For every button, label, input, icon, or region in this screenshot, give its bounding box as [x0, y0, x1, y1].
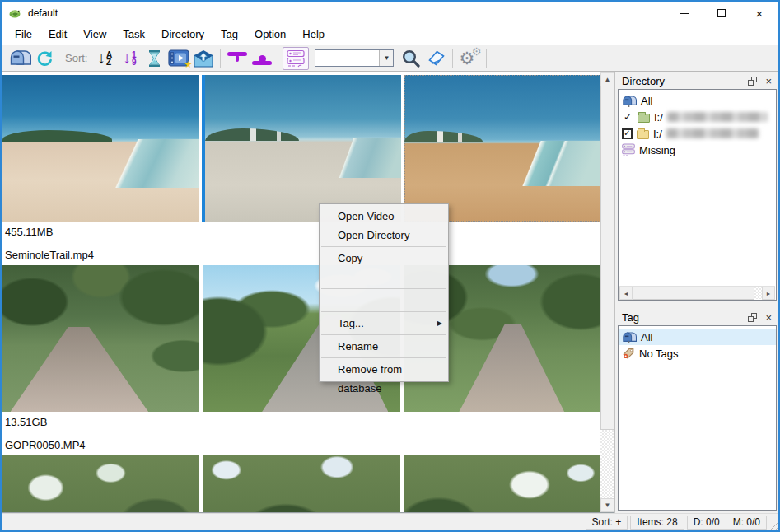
tag-icon [622, 347, 635, 360]
mailbox-icon [622, 331, 637, 343]
star-icon: ★ [184, 59, 193, 70]
video-thumbnail-trail-1[interactable] [2, 265, 199, 412]
menu-directory[interactable]: Directory [153, 25, 213, 44]
tag-item-label: No Tags [639, 348, 678, 360]
context-menu-empty-item [320, 268, 448, 287]
settings-gear-small-icon: ⚙ [472, 46, 482, 57]
menu-view[interactable]: View [75, 25, 114, 44]
thumbnail-row [2, 75, 600, 222]
scroll-right-button[interactable] [762, 287, 775, 300]
menu-edit[interactable]: Edit [40, 25, 75, 44]
app-bird-icon [8, 7, 22, 20]
video-thumbnail-forest-3[interactable] [404, 455, 600, 512]
open-video-button[interactable]: ★ [167, 47, 190, 70]
title-bar: default × [2, 2, 778, 25]
context-menu-open-directory[interactable]: Open Directory [320, 226, 448, 245]
refresh-button[interactable] [33, 47, 56, 70]
clear-filter-button[interactable] [424, 47, 447, 70]
directory-horizontal-scrollbar [619, 286, 775, 299]
library-view: 455.11MB SeminoleTrail.mp4 13.51GB GOPR0… [2, 72, 614, 513]
context-menu-separator [321, 288, 446, 289]
redacted-path [666, 128, 759, 138]
sort-az-icon: ↓ [98, 51, 106, 66]
minimize-button[interactable] [665, 2, 703, 25]
toolbar-separator [220, 49, 221, 68]
close-icon: × [756, 7, 764, 20]
video-thumbnail-beach-2-selected[interactable] [202, 75, 401, 222]
file-size-label: 455.11MB [5, 226, 600, 240]
maximize-button[interactable] [703, 2, 740, 25]
scroll-down-button[interactable] [600, 498, 614, 512]
directory-item-label: All [641, 95, 652, 107]
close-button[interactable]: × [740, 2, 778, 25]
scroll-left-button[interactable] [619, 287, 633, 300]
expand-groups-button[interactable] [250, 49, 273, 68]
vertical-scrollbar-thumb[interactable] [600, 86, 614, 430]
directory-panel-title: Directory [622, 75, 665, 87]
sort-az-button[interactable]: ↓ AZ [93, 47, 116, 70]
checkmark-icon[interactable]: ✓ [622, 111, 633, 123]
context-menu-copy[interactable]: Copy [320, 249, 448, 268]
context-menu-tag[interactable]: Tag... [320, 314, 448, 333]
context-menu-open-video[interactable]: Open Video [320, 207, 448, 226]
menu-file[interactable]: File [7, 25, 40, 44]
app-window: default × File Edit View Task Directory … [0, 0, 780, 532]
side-panels: Directory × All ✓ I:/ ✓ [614, 72, 778, 513]
status-d-count: D: 0/0 [694, 516, 720, 529]
video-thumbnail-forest-1[interactable] [2, 455, 199, 512]
import-envelope-icon [193, 49, 214, 68]
file-size-label: 13.51GB [5, 416, 600, 430]
directory-item-drive-1[interactable]: ✓ I:/ [619, 109, 776, 125]
close-panel-icon[interactable]: × [765, 77, 772, 86]
directory-item-drive-2[interactable]: ✓ I:/ [619, 125, 776, 142]
toolbar-separator [486, 49, 487, 68]
close-panel-icon[interactable]: × [765, 313, 772, 322]
scroll-up-button[interactable] [600, 72, 614, 86]
context-menu-rename[interactable]: Rename [320, 337, 448, 356]
settings-button[interactable]: ⚙ ⚙ [458, 47, 481, 70]
queue-list-toggle[interactable] [283, 47, 309, 70]
menu-help[interactable]: Help [294, 25, 333, 44]
collapse-groups-button[interactable] [226, 49, 249, 68]
duration-sort-button[interactable] [142, 47, 166, 70]
directory-item-label: Missing [639, 144, 675, 156]
mailbox-icon [9, 49, 31, 68]
video-thumbnail-beach-1[interactable] [2, 75, 199, 222]
sort-19-icon: ↓ [123, 51, 131, 66]
float-panel-icon[interactable] [748, 77, 757, 86]
tag-item-all[interactable]: All [619, 329, 776, 345]
context-menu-separator [321, 357, 446, 358]
status-items-count: Items: 28 [630, 516, 684, 530]
checkbox-checked-icon[interactable]: ✓ [622, 128, 633, 139]
thumbnail-row [2, 265, 600, 412]
search-button[interactable] [399, 47, 423, 70]
refresh-icon [35, 49, 54, 68]
horizontal-scrollbar-thumb[interactable] [633, 287, 754, 300]
directory-panel-header: Directory × [615, 72, 778, 89]
sort-numeric-button[interactable]: ↓ 19 [118, 47, 141, 70]
main-vertical-scrollbar [600, 72, 614, 512]
minimize-icon [680, 13, 689, 14]
import-button[interactable] [192, 47, 215, 70]
directory-item-label: I:/ [654, 111, 663, 124]
directory-item-all[interactable]: All [619, 92, 776, 109]
file-name-label: SeminoleTrail.mp4 [5, 249, 600, 263]
menu-task[interactable]: Task [114, 25, 153, 44]
search-input[interactable] [315, 50, 379, 66]
video-thumbnail-beach-3[interactable] [404, 75, 600, 222]
status-counts: D: 0/0 M: 0/0 [687, 516, 767, 530]
context-menu-remove-from-database[interactable]: Remove from database [320, 360, 448, 379]
combobox-dropdown-button[interactable] [379, 50, 393, 66]
tag-panel-header: Tag × [615, 309, 778, 325]
mailbox-button[interactable] [8, 47, 31, 70]
thumbnail-row [2, 455, 600, 512]
tag-item-no-tags[interactable]: No Tags [619, 345, 776, 362]
menu-tag[interactable]: Tag [213, 25, 246, 44]
window-title: default [28, 7, 58, 19]
context-menu-empty-item [320, 291, 448, 310]
float-panel-icon[interactable] [748, 313, 757, 322]
video-thumbnail-forest-2[interactable] [203, 455, 399, 512]
menu-option[interactable]: Option [246, 25, 294, 44]
toolbar: Sort: ↓ AZ ↓ 19 [2, 45, 778, 72]
directory-item-missing[interactable]: Missing [619, 142, 776, 158]
